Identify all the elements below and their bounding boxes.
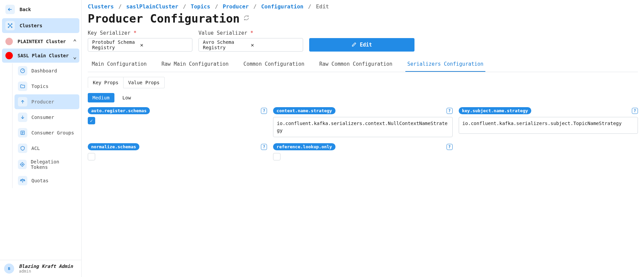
status-dot-icon <box>5 52 13 59</box>
config-tabs: Main Configuration Raw Main Configuratio… <box>88 58 638 72</box>
context-strategy-input[interactable]: io.confluent.kafka.serializers.context.N… <box>273 117 452 137</box>
upload-icon <box>18 97 27 106</box>
sidebar-item-clusters[interactable]: Clusters <box>2 18 79 33</box>
importance-chips: Medium Low <box>88 93 638 102</box>
folder-icon <box>18 82 27 91</box>
prop-key-subject-name-strategy: key.subject.name.strategy ? io.confluent… <box>459 107 638 137</box>
svg-point-3 <box>11 27 12 28</box>
chip-medium[interactable]: Medium <box>88 93 114 102</box>
svg-point-2 <box>8 27 9 28</box>
sidebar-item-acl[interactable]: ACL <box>15 141 79 156</box>
breadcrumb-clusters[interactable]: Clusters <box>88 3 114 10</box>
user-name: Blazing Kraft Admin <box>19 264 73 269</box>
avatar: B <box>4 264 14 274</box>
download-icon <box>18 113 27 122</box>
sidebar: Back Clusters PLAINTEXT Cluster ⌃ SASL P… <box>0 0 82 277</box>
svg-point-8 <box>22 164 23 165</box>
svg-point-1 <box>11 24 12 25</box>
sidebar-item-topics[interactable]: Topics <box>15 79 79 94</box>
gear-icon <box>18 160 27 169</box>
props-subtabs: Key Props Value Props <box>88 77 638 88</box>
reference-lookup-checkbox[interactable] <box>273 153 280 160</box>
prop-auto-register-schemas: auto.register.schemas ? ✓ <box>88 107 267 137</box>
cluster-subnav: Dashboard Topics Producer Consumer Consu… <box>12 63 79 188</box>
help-icon[interactable]: ? <box>447 108 453 114</box>
breadcrumb-topics[interactable]: Topics <box>191 3 210 10</box>
clear-icon[interactable]: ✕ <box>140 42 188 48</box>
list-icon <box>18 128 27 137</box>
breadcrumb: Clusters / saslPlainCluster / Topics / P… <box>88 3 638 10</box>
main-content: Clusters / saslPlainCluster / Topics / P… <box>82 0 644 277</box>
network-icon <box>5 21 15 30</box>
sidebar-item-producer[interactable]: Producer <box>15 94 79 109</box>
user-role: admin <box>19 269 73 274</box>
help-icon[interactable]: ? <box>261 144 267 150</box>
sidebar-item-delegation-tokens[interactable]: Delegation Tokens <box>15 156 79 173</box>
scale-icon <box>18 176 27 185</box>
sidebar-item-consumer-groups[interactable]: Consumer Groups <box>15 125 79 140</box>
prop-normalize-schemas: normalize.schemas ? <box>88 143 267 160</box>
sidebar-item-consumer[interactable]: Consumer <box>15 110 79 125</box>
sidebar-item-quotas[interactable]: Quotas <box>15 173 79 188</box>
subtab-value-props[interactable]: Value Props <box>124 77 165 88</box>
shield-icon <box>18 144 27 153</box>
help-icon[interactable]: ? <box>632 108 638 114</box>
back-label: Back <box>20 7 31 12</box>
clusters-label: Clusters <box>20 23 76 28</box>
prop-reference-lookup-only: reference.lookup.only ? <box>273 143 452 160</box>
chevron-up-icon: ⌃ <box>73 38 77 45</box>
tab-common-config[interactable]: Common Configuration <box>241 58 306 72</box>
cluster-plaintext[interactable]: PLAINTEXT Cluster ⌃ <box>2 34 79 49</box>
refresh-icon[interactable] <box>244 15 249 22</box>
normalize-checkbox[interactable] <box>88 153 95 160</box>
breadcrumb-producer[interactable]: Producer <box>223 3 249 10</box>
prop-context-name-strategy: context.name.strategy ? io.confluent.kaf… <box>273 107 452 137</box>
clear-icon[interactable]: ✕ <box>251 42 299 48</box>
subtab-key-props[interactable]: Key Props <box>88 77 124 88</box>
cluster-sasl-plain[interactable]: SASL Plain Cluster ⌃ <box>2 49 79 63</box>
user-footer[interactable]: B Blazing Kraft Admin admin <box>0 260 81 277</box>
key-serializer-select[interactable]: Protobuf Schema Registry ✕ <box>88 38 192 52</box>
auto-register-checkbox[interactable]: ✓ <box>88 117 95 124</box>
chevron-down-icon: ⌃ <box>73 54 77 61</box>
pencil-icon <box>352 42 356 48</box>
status-dot-icon <box>5 38 13 45</box>
svg-point-7 <box>21 163 24 166</box>
tab-raw-common-config[interactable]: Raw Common Configuration <box>317 58 395 72</box>
back-icon <box>5 5 15 14</box>
breadcrumb-current: Edit <box>316 3 329 10</box>
svg-point-4 <box>10 25 11 26</box>
gauge-icon <box>18 66 27 75</box>
value-serializer-select[interactable]: Avro Schema Registry ✕ <box>198 38 303 52</box>
page-title: Producer Configuration <box>88 12 638 25</box>
back-button[interactable]: Back <box>2 2 79 17</box>
tab-main-config[interactable]: Main Configuration <box>90 58 149 72</box>
key-subject-input[interactable]: io.confluent.kafka.serializers.subject.T… <box>459 117 638 134</box>
help-icon[interactable]: ? <box>447 144 453 150</box>
svg-point-0 <box>8 24 9 25</box>
chip-low[interactable]: Low <box>118 93 136 102</box>
breadcrumb-cluster-id[interactable]: saslPlainCluster <box>126 3 178 10</box>
value-serializer-label: Value Serializer * <box>198 30 303 36</box>
edit-button[interactable]: Edit <box>309 38 414 52</box>
sidebar-item-dashboard[interactable]: Dashboard <box>15 63 79 78</box>
key-serializer-label: Key Serializer * <box>88 30 192 36</box>
tab-raw-main-config[interactable]: Raw Main Configuration <box>160 58 231 72</box>
breadcrumb-configuration[interactable]: Configuration <box>261 3 303 10</box>
tab-serializers-config[interactable]: Serializers Configuration <box>405 58 486 72</box>
help-icon[interactable]: ? <box>261 108 267 114</box>
